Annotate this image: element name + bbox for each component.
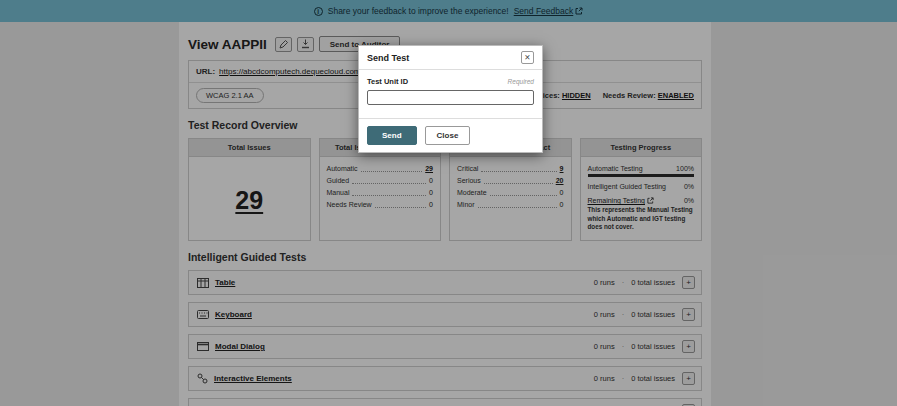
external-link-icon: [575, 7, 583, 15]
required-hint: Required: [508, 78, 534, 85]
close-icon[interactable]: ✕: [521, 51, 534, 64]
send-feedback-label: Send Feedback: [514, 6, 574, 16]
feedback-banner-text: Share your feedback to improve the exper…: [328, 6, 509, 16]
modal-header: Send Test ✕: [359, 46, 542, 70]
close-button[interactable]: Close: [425, 126, 471, 145]
feedback-banner: i Share your feedback to improve the exp…: [0, 0, 897, 22]
test-unit-id-label: Test Unit ID: [367, 77, 408, 86]
app-window: i Share your feedback to improve the exp…: [0, 0, 897, 406]
modal-body: Test Unit ID Required: [359, 70, 542, 118]
field-label-row: Test Unit ID Required: [367, 77, 534, 86]
send-button[interactable]: Send: [367, 126, 417, 145]
info-icon: i: [314, 7, 323, 16]
test-unit-id-input[interactable]: [367, 90, 534, 105]
modal-title: Send Test: [367, 53, 409, 63]
send-test-modal: Send Test ✕ Test Unit ID Required Send C…: [358, 45, 543, 153]
modal-footer: Send Close: [359, 118, 542, 152]
send-feedback-link[interactable]: Send Feedback: [514, 6, 584, 16]
